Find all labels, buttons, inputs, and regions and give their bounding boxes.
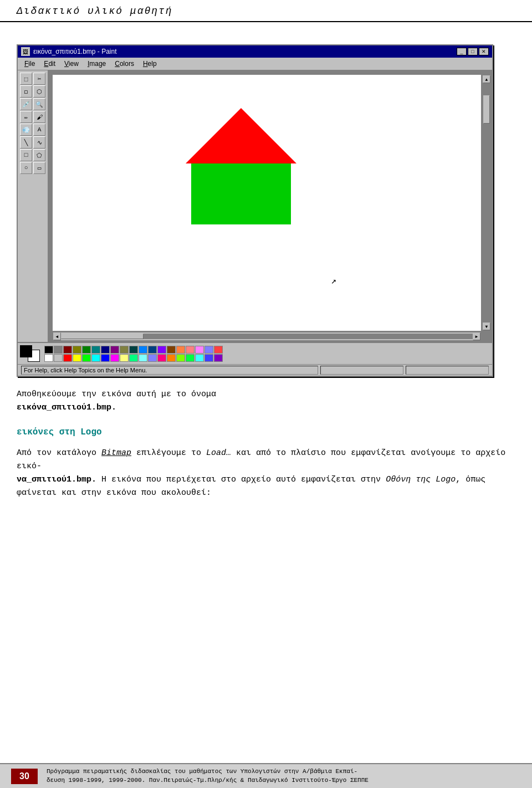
color-foreground-box[interactable] [20, 345, 32, 357]
palette-color-periwinkle[interactable] [204, 346, 213, 354]
palette-color-gray[interactable] [54, 346, 63, 354]
palette-color-springgreen[interactable] [129, 354, 138, 362]
paint-toolbar: ⬚ ✂ ◻ ⬡ 💉 🔍 ✏ 🖌 💨 A [18, 70, 48, 342]
palette-color-purple[interactable] [110, 346, 119, 354]
palette-grid [44, 346, 223, 362]
palette-color-black[interactable] [44, 346, 53, 354]
palette-color-blue3[interactable] [204, 354, 213, 362]
palette-color-blue2[interactable] [139, 346, 147, 354]
tool-eraser[interactable]: ◻ [20, 85, 32, 98]
tool-row-5: 💨 A [20, 124, 45, 136]
horizontal-scrollbar[interactable]: ◄ ► [53, 332, 481, 341]
palette-color-teal[interactable] [91, 346, 100, 354]
tool-line[interactable]: ╲ [20, 136, 32, 149]
menu-help[interactable]: Help [139, 59, 161, 69]
tool-row-8: ○ ▭ [20, 162, 45, 174]
palette-color-aqua2[interactable] [195, 354, 204, 362]
menu-view[interactable]: View [60, 59, 83, 69]
palette-color-green[interactable] [82, 354, 91, 362]
tool-row-2: ◻ ⬡ [20, 85, 45, 98]
paint-titlebar: 🖼 εικόνα_σπιτιού1.bmp - Paint _ □ ✕ [18, 45, 492, 58]
palette-color-red[interactable] [63, 354, 72, 362]
tool-select-rect[interactable]: ⬚ [20, 73, 32, 85]
palette-color-blue[interactable] [101, 354, 110, 362]
menu-colors[interactable]: Colors [110, 59, 139, 69]
palette-color-yellow[interactable] [73, 354, 81, 362]
titlebar-left: 🖼 εικόνα_σπιτιού1.bmp - Paint [21, 47, 117, 56]
menu-image[interactable]: Image [83, 59, 110, 69]
palette-color-darkblue2[interactable] [148, 346, 157, 354]
titlebar-title: εικόνα_σπιτιού1.bmp - Paint [33, 48, 117, 55]
scroll-h-track [61, 334, 473, 339]
paint-body: ⬚ ✂ ◻ ⬡ 💉 🔍 ✏ 🖌 💨 A [18, 70, 492, 342]
para2-text1: Η εικόνα που περιέχεται στο αρχείο αυτό … [96, 475, 386, 484]
scroll-left-arrow[interactable]: ◄ [53, 332, 61, 340]
palette-color-lightblue[interactable] [148, 354, 157, 362]
menu-file[interactable]: File [20, 59, 39, 69]
tool-rect[interactable]: □ [20, 149, 32, 161]
palette-color-navy[interactable] [101, 346, 110, 354]
palette-color-orange[interactable] [167, 354, 176, 362]
palette-color-darkyellow[interactable] [120, 346, 129, 354]
paint-window: 🖼 εικόνα_σπιτιού1.bmp - Paint _ □ ✕ File… [17, 44, 493, 377]
palette-color-silver[interactable] [54, 354, 63, 362]
palette-color-lightyellow[interactable] [120, 354, 129, 362]
palette-color-darkteal[interactable] [129, 346, 138, 354]
cursor-indicator: ↗ [331, 275, 336, 286]
tool-zoom[interactable]: 🔍 [33, 98, 45, 110]
para1-bitmap: Bitmap [101, 448, 131, 458]
house-roof [186, 108, 296, 163]
close-button[interactable]: ✕ [479, 48, 489, 55]
palette-color-orange2[interactable] [176, 346, 185, 354]
palette-color-magenta[interactable] [110, 354, 119, 362]
tool-pencil[interactable]: ✏ [20, 111, 32, 123]
palette-row-1 [44, 346, 223, 354]
page-header: Διδακτικό υλικό μαθητή [0, 0, 532, 22]
tool-curve[interactable]: ∿ [33, 136, 45, 149]
tool-eyedropper[interactable]: 💉 [20, 98, 32, 110]
palette-color-green2[interactable] [186, 354, 195, 362]
palette-color-lightcyan[interactable] [139, 354, 147, 362]
palette-color-violet[interactable] [157, 346, 166, 354]
tool-airbrush[interactable]: 💨 [20, 124, 32, 136]
scroll-v-thumb[interactable] [483, 95, 490, 124]
palette-color-darkviolet[interactable] [214, 354, 223, 362]
tool-row-4: ✏ 🖌 [20, 111, 45, 123]
scroll-down-arrow[interactable]: ▼ [483, 323, 490, 330]
tool-polygon[interactable]: ⬠ [33, 149, 45, 161]
tool-brush[interactable]: 🖌 [33, 111, 45, 123]
vertical-scrollbar[interactable]: ▲ ▼ [482, 75, 491, 331]
palette-color-chartreuse[interactable] [176, 354, 185, 362]
save-text: Αποθηκεύουμε την εικόνα αυτή με το όνομα [17, 390, 216, 399]
footer-line2: δευση 1998-1999, 1999-2000. Παν.Πειραιώς… [47, 776, 369, 785]
menu-edit[interactable]: Edit [39, 59, 60, 69]
palette-color-lightpink[interactable] [195, 346, 204, 354]
palette-color-hotpink[interactable] [157, 354, 166, 362]
scroll-h-thumb[interactable] [61, 334, 144, 339]
palette-color-white[interactable] [44, 354, 53, 362]
drawing-canvas[interactable]: ↗ [53, 75, 481, 331]
palette-color-red2[interactable] [214, 346, 223, 354]
maximize-button[interactable]: □ [468, 48, 478, 55]
minimize-button[interactable]: _ [457, 48, 467, 55]
palette-color-darkred[interactable] [63, 346, 72, 354]
scroll-up-arrow[interactable]: ▲ [483, 75, 490, 83]
paint-statusbar: For Help, click Help Topics on the Help … [18, 364, 492, 376]
palette-color-cyan[interactable] [91, 354, 100, 362]
palette-color-darkgreen[interactable] [82, 346, 91, 354]
paint-menubar: File Edit View Image Colors Help [18, 58, 492, 70]
palette-color-salmon[interactable] [186, 346, 195, 354]
palette-color-brown[interactable] [167, 346, 176, 354]
tool-text[interactable]: A [33, 124, 45, 136]
save-description: Αποθηκεύουμε την εικόνα αυτή με το όνομα… [17, 388, 515, 415]
tool-select-free[interactable]: ✂ [33, 73, 45, 85]
para2-othoni: Οθόνη της Logo [386, 475, 456, 484]
scroll-right-arrow[interactable]: ► [473, 332, 480, 340]
palette-color-olive[interactable] [73, 346, 81, 354]
tool-rect-round[interactable]: ▭ [33, 162, 45, 174]
paint-app-icon: 🖼 [21, 47, 30, 56]
color-current-indicator [20, 345, 40, 362]
tool-fill[interactable]: ⬡ [33, 85, 45, 98]
text-below-paint: Αποθηκεύουμε την εικόνα αυτή με το όνομα… [17, 388, 515, 415]
tool-ellipse[interactable]: ○ [20, 162, 32, 174]
